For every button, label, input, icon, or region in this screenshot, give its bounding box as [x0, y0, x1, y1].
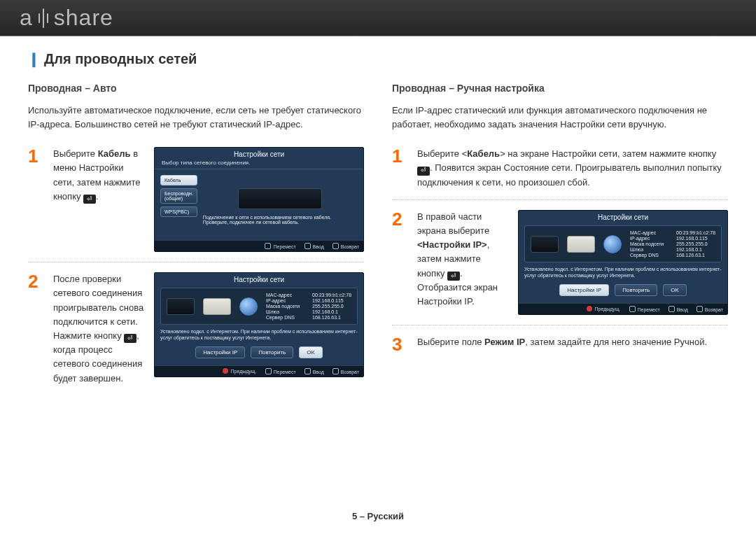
left-subhead: Проводная – Авто: [28, 83, 364, 94]
tv-title: Настройки сети: [155, 273, 363, 285]
tv-btn-ipsettings[interactable]: Настройки IP: [559, 284, 609, 296]
step-number: 2: [28, 272, 43, 290]
right-step-2-text: В правой части экрана выберите <Настройк…: [417, 210, 508, 309]
step-number: 2: [392, 210, 407, 228]
logo-a: a: [20, 5, 33, 31]
section-title-text: Для проводных сетей: [44, 51, 197, 66]
right-step-3-text: Выберите поле Режим IP, затем задайте дл…: [417, 335, 728, 349]
router-icon: [203, 298, 231, 315]
tv-screenshot-status: Настройки сети MAC-адрес00:23:99:b1:c2:7…: [154, 272, 364, 377]
enter-icon: ⏎: [417, 167, 430, 176]
left-step-2: 2 После проверки сетевого соединения про…: [28, 262, 364, 385]
network-info: MAC-адрес00:23:99:b1:c2:78 IP-адрес192.1…: [630, 230, 715, 258]
right-step-2: 2 В правой части экрана выберите <Настро…: [392, 199, 728, 315]
page-footer: 5 – Русский: [0, 511, 756, 521]
tv-bottom-bar: Предыдущ. Перемест Ввод Возврат: [519, 303, 727, 314]
network-info: MAC-адрес00:23:99:b1:c2:78 IP-адрес192.1…: [266, 293, 351, 320]
step-number: 3: [392, 335, 407, 353]
tv-status-message: Установлено подкл. с Интернетом. При нал…: [160, 328, 358, 341]
tv-title: Настройки сети: [155, 148, 363, 160]
enter-icon: ⏎: [124, 334, 136, 343]
tv-bottom-bar: Перемест Ввод Возврат: [155, 240, 363, 251]
tv-btn-ipsettings[interactable]: Настройки IP: [195, 346, 245, 358]
left-step-2-text: После проверки сетевого соединения проиг…: [53, 272, 144, 385]
tv-status-message: Установлено подкл. с Интернетом. При нал…: [524, 266, 722, 279]
tv-cable-note: Подключение к сети с использованием сете…: [203, 215, 358, 225]
tv-subtitle: Выбор типа сетевого соединения.: [155, 160, 363, 169]
logo-icon: [37, 8, 50, 28]
step-number: 1: [28, 147, 43, 165]
tv-tab-wireless[interactable]: Беспроводн. (общие): [160, 188, 197, 204]
left-intro: Используйте автоматическое подключение, …: [28, 104, 364, 132]
right-subhead: Проводная – Ручная настройка: [392, 83, 728, 94]
page-body: ❙Для проводных сетей Проводная – Авто Ис…: [0, 36, 756, 395]
tv-title: Настройки сети: [519, 211, 727, 223]
accent-mark: ❙: [28, 51, 40, 66]
tv-tab-wps[interactable]: WPS(PBC): [160, 206, 197, 217]
network-diagram: MAC-адрес00:23:99:b1:c2:78 IP-адрес192.1…: [524, 225, 722, 262]
router-icon: [567, 236, 595, 253]
section-title: ❙Для проводных сетей: [28, 50, 728, 67]
enter-icon: ⏎: [447, 272, 460, 281]
left-step-1: 1 Выберите Кабель в меню Настройки сети,…: [28, 147, 364, 252]
tv-bottom-bar: Предыдущ. Перемест Ввод Возврат: [155, 365, 363, 377]
right-step-3: 3 Выберите поле Режим IP, затем задайте …: [392, 325, 728, 353]
tv-tabs: Кабель Беспроводн. (общие) WPS(PBC): [160, 175, 197, 237]
right-intro: Если IP-адрес статический или функция ав…: [392, 104, 728, 132]
left-step-1-text: Выберите Кабель в меню Настройки сети, з…: [53, 147, 144, 204]
step-number: 1: [392, 147, 407, 165]
right-step-1: 1 Выберите <Кабель> на экране Настройки …: [392, 147, 728, 190]
tv-btn-ok[interactable]: OK: [299, 346, 323, 358]
logo-b: share: [54, 5, 113, 31]
tv-screenshot-status-select-ip: Настройки сети MAC-адрес00:23:99:b1:c2:7…: [518, 210, 728, 315]
right-step-1-text: Выберите <Кабель> на экране Настройки се…: [417, 147, 728, 190]
player-icon: [531, 236, 559, 253]
globe-icon: [239, 297, 258, 316]
left-column: Проводная – Авто Используйте автоматичес…: [28, 83, 364, 395]
enter-icon: ⏎: [83, 195, 96, 204]
tv-tab-cable[interactable]: Кабель: [160, 175, 197, 185]
player-icon: [167, 298, 195, 315]
network-diagram: MAC-адрес00:23:99:b1:c2:78 IP-адрес192.1…: [160, 288, 358, 325]
device-illustration: [238, 188, 322, 209]
tv-screenshot-select-type: Настройки сети Выбор типа сетевого соеди…: [154, 147, 364, 252]
right-column: Проводная – Ручная настройка Если IP-адр…: [392, 83, 728, 395]
globe-icon: [603, 235, 622, 253]
app-header: a share: [0, 0, 756, 36]
tv-btn-retry[interactable]: Повторить: [251, 346, 293, 358]
tv-btn-ok[interactable]: OK: [663, 284, 687, 296]
tv-btn-retry[interactable]: Повторить: [615, 284, 657, 296]
